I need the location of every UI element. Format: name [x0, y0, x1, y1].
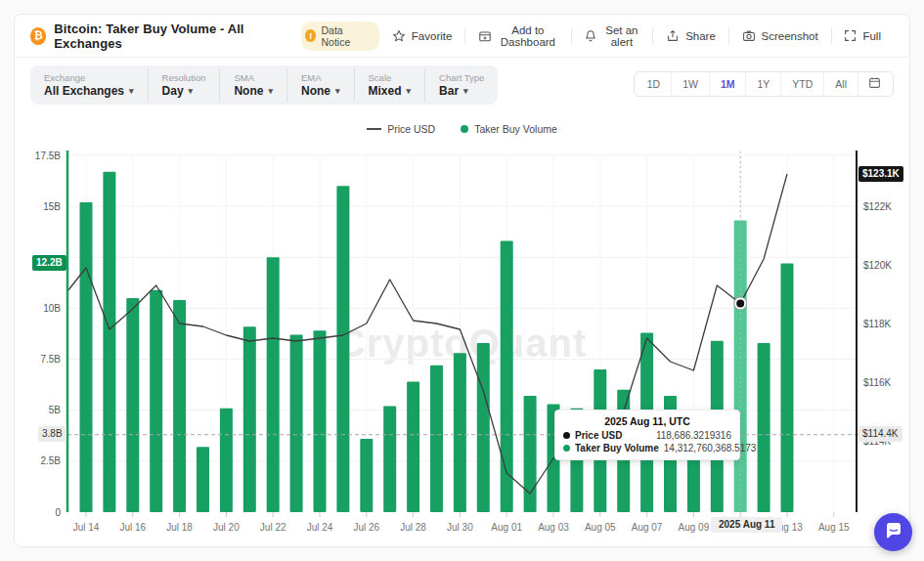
chevron-down-icon: ▾ — [463, 86, 468, 96]
filter-exchange[interactable]: Exchange All Exchanges▾ — [30, 68, 148, 102]
filter-label: Chart Type — [439, 72, 484, 83]
timeframe-all[interactable]: All — [823, 72, 858, 96]
chat-launcher-button[interactable] — [874, 513, 912, 551]
filter-label: Scale — [369, 72, 412, 83]
filter-label: EMA — [301, 72, 340, 83]
legend-price-label: Price USD — [387, 123, 435, 135]
bitcoin-icon: ₿ — [30, 27, 46, 45]
chevron-down-icon: ▾ — [335, 86, 340, 96]
header-actions: Favorite Add to Dashboard Set an alert S… — [379, 24, 894, 48]
svg-text:Jul 28: Jul 28 — [400, 522, 426, 533]
filter-label: Resolution — [162, 72, 206, 83]
filter-value: Day — [162, 84, 184, 98]
fullscreen-label: Full — [862, 30, 881, 42]
timeframe-1y[interactable]: 1Y — [745, 72, 780, 96]
favorite-button[interactable]: Favorite — [379, 29, 465, 43]
svg-text:$122K: $122K — [863, 201, 892, 212]
svg-text:Aug 07: Aug 07 — [632, 522, 663, 533]
add-to-dashboard-button[interactable]: Add to Dashboard — [465, 24, 571, 48]
timeframe-1d[interactable]: 1D — [637, 72, 671, 96]
filter-label: SMA — [234, 72, 273, 83]
timeframe-1w[interactable]: 1W — [671, 72, 709, 96]
screenshot-button[interactable]: Screenshot — [729, 29, 831, 43]
left-axis-crosshair-badge: 3.8B — [38, 426, 66, 442]
chevron-down-icon: ▾ — [189, 86, 194, 96]
svg-text:Aug 05: Aug 05 — [585, 522, 616, 533]
filter-scale[interactable]: Scale Mixed▾ — [354, 68, 425, 102]
data-notice-badge[interactable]: ! Data Notice — [301, 22, 379, 51]
camera-icon — [742, 29, 756, 43]
svg-text:2.5B: 2.5B — [40, 455, 61, 466]
legend-volume[interactable]: Taker Buy Volume — [461, 123, 557, 135]
price-line-swatch — [367, 128, 381, 130]
svg-text:Jul 30: Jul 30 — [447, 522, 473, 533]
share-icon — [666, 29, 680, 43]
timeframe-selector: 1D 1W 1M 1Y YTD All — [634, 71, 894, 97]
svg-text:Aug 01: Aug 01 — [491, 522, 522, 533]
chevron-down-icon: ▾ — [129, 86, 134, 96]
chart-legend: Price USD Taker Buy Volume — [67, 123, 857, 135]
svg-text:0: 0 — [55, 507, 61, 518]
svg-text:5B: 5B — [49, 405, 62, 415]
legend-volume-label: Taker Buy Volume — [474, 123, 557, 135]
svg-text:Jul 16: Jul 16 — [119, 522, 146, 533]
svg-text:Jul 18: Jul 18 — [166, 522, 193, 533]
svg-text:$116K: $116K — [863, 377, 892, 388]
svg-text:Aug 15: Aug 15 — [818, 522, 850, 533]
star-icon — [392, 29, 406, 43]
right-axis-crosshair-badge: $114.4K — [858, 426, 902, 442]
share-button[interactable]: Share — [653, 29, 728, 43]
chart-svg[interactable]: Jul 14Jul 16Jul 18Jul 20Jul 22Jul 24Jul … — [15, 147, 911, 548]
svg-text:Aug 03: Aug 03 — [538, 522, 569, 533]
chat-bubble-icon — [884, 521, 903, 543]
chart-tooltip: 2025 Aug 11, UTC Price USD 118,686.32193… — [554, 410, 740, 460]
add-to-dashboard-label: Add to Dashboard — [498, 24, 558, 48]
tooltip-volume-row: Taker Buy Volume 14,312,760,368.5173 — [563, 443, 731, 453]
svg-text:$120K: $120K — [863, 260, 892, 271]
fullscreen-button[interactable]: Full — [831, 29, 894, 42]
svg-text:Jul 20: Jul 20 — [213, 522, 240, 533]
chevron-down-icon: ▾ — [407, 86, 412, 96]
timeframe-ytd[interactable]: YTD — [780, 72, 823, 96]
filter-label: Exchange — [44, 72, 134, 83]
filter-sma[interactable]: SMA None▾ — [219, 68, 286, 102]
svg-text:7.5B: 7.5B — [40, 354, 61, 365]
svg-text:Jul 26: Jul 26 — [353, 522, 379, 533]
volume-dot-icon — [563, 445, 570, 452]
svg-text:$118K: $118K — [863, 319, 892, 329]
filter-toolbar: Exchange All Exchanges▾ Resolution Day▾ … — [30, 65, 498, 105]
timeframe-1m[interactable]: 1M — [709, 72, 746, 96]
volume-dot-swatch — [461, 125, 468, 133]
filter-value: Bar — [439, 84, 459, 98]
page-title: Bitcoin: Taker Buy Volume - All Exchange… — [54, 22, 290, 51]
chart-card: ₿ Bitcoin: Taker Buy Volume - All Exchan… — [14, 14, 910, 547]
tooltip-title: 2025 Aug 11, UTC — [563, 415, 731, 427]
calendar-icon — [868, 76, 881, 92]
svg-text:17.5B: 17.5B — [35, 151, 61, 161]
tooltip-price-row: Price USD 118,686.3219316 — [563, 430, 731, 441]
favorite-label: Favorite — [412, 30, 453, 42]
share-label: Share — [685, 30, 716, 42]
price-dot-icon — [563, 432, 570, 439]
set-alert-button[interactable]: Set an alert — [571, 24, 652, 48]
filter-value: None — [234, 84, 263, 98]
chevron-down-icon: ▾ — [268, 86, 273, 96]
filter-ema[interactable]: EMA None▾ — [286, 68, 354, 102]
svg-text:Jul 22: Jul 22 — [260, 522, 286, 533]
data-notice-label: Data Notice — [321, 24, 369, 48]
svg-text:Jul 24: Jul 24 — [307, 522, 333, 533]
legend-price[interactable]: Price USD — [367, 123, 435, 135]
calendar-button[interactable] — [858, 72, 891, 96]
filter-value: All Exchanges — [44, 84, 124, 98]
dashboard-add-icon — [478, 29, 492, 43]
warning-icon: ! — [305, 29, 317, 42]
bell-icon — [584, 29, 597, 43]
fullscreen-icon — [844, 29, 857, 42]
set-alert-label: Set an alert — [603, 24, 639, 48]
svg-text:Jul 14: Jul 14 — [73, 522, 100, 533]
x-axis-crosshair-badge: 2025 Aug 11 — [711, 517, 782, 533]
right-axis-current-badge: $123.1K — [858, 166, 903, 182]
filter-chart-type[interactable]: Chart Type Bar▾ — [424, 68, 498, 102]
filter-resolution[interactable]: Resolution Day▾ — [148, 68, 220, 102]
svg-text:15B: 15B — [43, 201, 61, 212]
